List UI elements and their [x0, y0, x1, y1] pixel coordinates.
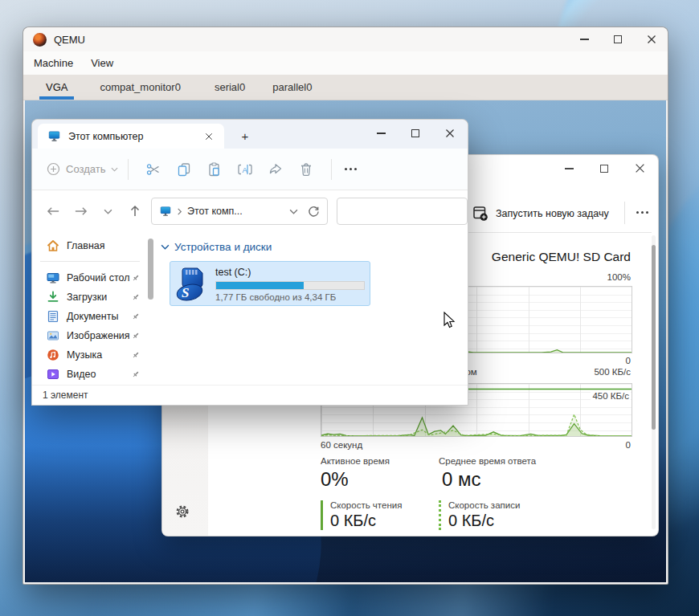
qemu-titlebar[interactable]: QEMU: [23, 27, 668, 51]
write-speed-label: Скорость записи: [448, 500, 536, 510]
file-explorer-window: Этот компьютер + Создать: [31, 119, 468, 406]
drive-name: test (C:): [215, 267, 251, 278]
svg-text:S: S: [182, 285, 189, 300]
explorer-tab-this-pc[interactable]: Этот компьютер: [38, 124, 224, 149]
tab-compat-monitor0[interactable]: compat_monitor0: [92, 75, 188, 100]
more-options-button[interactable]: [636, 211, 648, 214]
sidebar-item-label: Видео: [67, 369, 132, 380]
active-time-label: Активное время: [321, 456, 402, 466]
graph2-reference-label: 450 КБ/с: [591, 391, 631, 401]
chevron-down-icon: [161, 244, 170, 250]
sidebar-item-downloads[interactable]: Загрузки: [39, 288, 145, 306]
sidebar-item-home[interactable]: Главная: [39, 237, 145, 255]
address-dropdown-icon[interactable]: [289, 209, 298, 214]
qemu-menubar: Machine View: [23, 51, 668, 75]
run-new-task-icon: [472, 206, 488, 222]
share-icon: [268, 161, 284, 177]
devices-and-drives-group-header[interactable]: Устройства и диски: [161, 241, 468, 253]
explorer-tab-title: Этот компьютер: [68, 131, 205, 142]
copy-icon: [176, 161, 192, 177]
search-box[interactable]: [337, 198, 468, 225]
explorer-status-bar: 1 элемент: [32, 385, 468, 405]
avg-response-value: 0 мс: [442, 468, 536, 491]
pin-icon: [132, 332, 140, 340]
breadcrumb-location[interactable]: Этот комп...: [187, 206, 243, 217]
maximize-icon[interactable]: [614, 35, 622, 43]
sidebar-item-pictures[interactable]: Изображения: [39, 327, 145, 345]
explorer-body: Главная Рабочий стол: [32, 232, 468, 385]
pictures-icon: [47, 329, 59, 342]
close-icon[interactable]: [647, 35, 656, 44]
create-new-button[interactable]: Создать: [47, 162, 118, 176]
search-input[interactable]: [337, 198, 467, 224]
sidebar-item-label: Документы: [67, 311, 132, 322]
sidebar-item-label: Музыка: [67, 349, 132, 361]
minimize-icon[interactable]: [565, 168, 574, 169]
minimize-icon[interactable]: [580, 39, 589, 40]
recent-locations-button[interactable]: [98, 202, 117, 221]
run-new-task-button[interactable]: Запустить новую задачу: [472, 202, 609, 226]
sidebar-item-documents[interactable]: Документы: [39, 308, 145, 325]
address-bar[interactable]: Этот комп...: [151, 198, 328, 225]
explorer-address-row: Этот комп...: [32, 190, 468, 232]
desktop-icon: [47, 271, 59, 284]
rename-icon: A: [237, 161, 253, 177]
sidebar-item-desktop[interactable]: Рабочий стол: [39, 269, 145, 287]
sidebar-item-label: Изображения: [67, 330, 132, 341]
maximize-icon[interactable]: [411, 129, 419, 137]
sidebar-item-label: Загрузки: [67, 292, 132, 303]
tab-serial0[interactable]: serial0: [206, 75, 253, 100]
menu-machine[interactable]: Machine: [34, 57, 73, 69]
scrollbar-thumb[interactable]: [148, 239, 153, 300]
scrollbar-thumb[interactable]: [652, 245, 656, 430]
up-button[interactable]: [125, 202, 145, 221]
minimize-icon[interactable]: [377, 133, 386, 134]
paste-button[interactable]: [199, 156, 230, 183]
time-window-label: 60 секунд: [321, 440, 362, 450]
maximize-icon[interactable]: [600, 165, 608, 173]
refresh-icon[interactable]: [308, 206, 320, 218]
sidebar-item-label: Рабочий стол: [67, 272, 132, 284]
pin-icon: [132, 312, 140, 320]
graph1-max-label: 100%: [607, 272, 631, 282]
close-icon[interactable]: [445, 129, 455, 138]
active-time-value: 0%: [321, 468, 402, 491]
home-icon: [47, 239, 59, 252]
share-button[interactable]: [260, 156, 291, 183]
tab-close-icon[interactable]: [205, 133, 213, 141]
sidebar-item-label: Главная: [67, 240, 145, 251]
paste-icon: [206, 161, 223, 177]
mouse-cursor: [444, 312, 456, 329]
create-new-label: Создать: [66, 163, 105, 175]
this-pc-icon: [159, 206, 172, 217]
settings-gear-icon[interactable]: [174, 504, 190, 520]
downloads-icon: [47, 291, 59, 304]
drive-free-space: 1,77 ГБ свободно из 4,34 ГБ: [215, 292, 336, 302]
item-count: 1 элемент: [43, 390, 88, 401]
see-more-button[interactable]: [345, 168, 357, 170]
tab-parallel0[interactable]: parallel0: [264, 75, 320, 100]
menu-view[interactable]: View: [91, 57, 113, 69]
rename-button[interactable]: A: [230, 156, 260, 183]
close-icon[interactable]: [635, 163, 645, 173]
divider: [624, 202, 625, 224]
delete-button[interactable]: [291, 156, 321, 183]
drive-tile-test-c[interactable]: S test (C:) 1,77 ГБ свободно из 4,34 ГБ: [170, 261, 370, 306]
back-button[interactable]: [43, 202, 63, 221]
graph2-max-label: 500 КБ/с: [594, 367, 631, 377]
sidebar-item-music[interactable]: Музыка: [39, 346, 145, 364]
this-pc-icon: [47, 130, 61, 142]
tab-vga[interactable]: VGA: [38, 75, 76, 100]
chevron-down-icon: [111, 167, 118, 172]
forward-button[interactable]: [71, 202, 90, 221]
copy-button[interactable]: [169, 156, 199, 183]
music-icon: [47, 349, 59, 361]
explorer-content: Устройства и диски S test (C:) 1,77 ГБ с…: [157, 232, 468, 385]
pin-icon: [132, 274, 140, 282]
documents-icon: [47, 310, 59, 323]
explorer-tab-strip: Этот компьютер +: [32, 120, 468, 149]
sidebar-item-videos[interactable]: Видео: [39, 365, 145, 383]
new-tab-button[interactable]: +: [237, 128, 253, 144]
cut-button[interactable]: [138, 156, 169, 183]
sd-card-icon: S: [174, 266, 212, 303]
